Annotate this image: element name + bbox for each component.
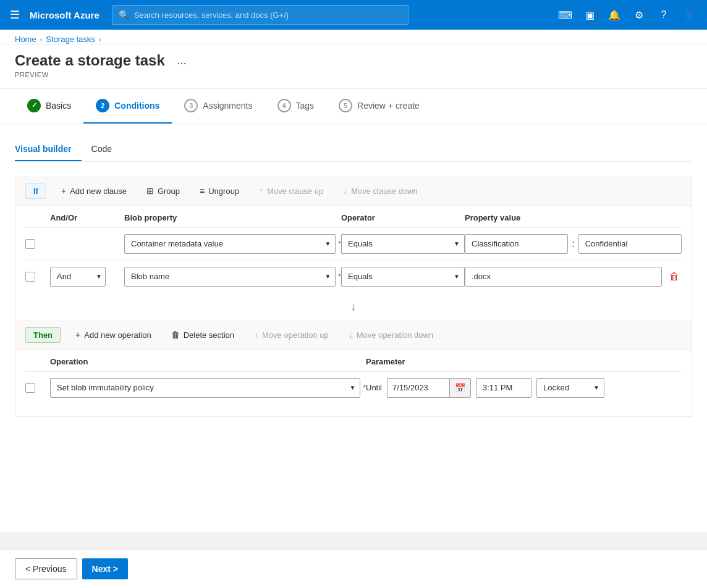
row2-blob-property-select[interactable]: Blob name — [124, 267, 336, 287]
op-row1-checkbox-cell — [25, 383, 50, 393]
step-circle-basics: ✓ — [27, 99, 41, 112]
bottom-spacer — [15, 404, 692, 416]
row2-and-or-wrapper: And Or ▼ — [50, 267, 106, 287]
wizard-step-basics[interactable]: ✓ Basics — [15, 89, 83, 124]
step-label-basics: Basics — [46, 101, 71, 111]
step-label-assignments: Assignments — [203, 101, 252, 111]
preview-badge: PREVIEW — [15, 71, 165, 78]
search-input[interactable] — [134, 10, 402, 20]
row2-and-or-cell: And Or ▼ — [50, 267, 124, 287]
if-badge: If — [25, 183, 46, 199]
account-icon[interactable]: 👤 — [677, 4, 700, 26]
step-circle-tags: 4 — [277, 99, 291, 112]
date-input[interactable] — [387, 379, 449, 397]
move-operation-down-label: Move operation down — [357, 330, 433, 340]
cloud-shell-icon[interactable]: ▣ — [578, 4, 601, 26]
calendar-icon-button[interactable]: 📅 — [449, 379, 470, 397]
header-operator: Operator — [341, 213, 465, 222]
ungroup-icon: ≡ — [200, 186, 205, 196]
if-section-header: If + Add new clause ⊞ Group ≡ Ungroup ↑ … — [15, 177, 692, 206]
delete-section-button[interactable]: 🗑 Delete section — [166, 327, 239, 342]
row2-blob-property-wrapper: Blob name ▼ — [124, 267, 336, 287]
breadcrumb-sep-2: › — [99, 36, 101, 43]
wizard-step-conditions[interactable]: 2 Conditions — [83, 89, 172, 124]
locked-select[interactable]: Locked Unlocked — [536, 378, 604, 398]
help-icon[interactable]: ? — [653, 4, 675, 26]
op-header-operation: Operation — [50, 357, 366, 366]
row2-operator-select[interactable]: Equals — [341, 267, 465, 287]
clause-row-1: Container metadata value ▼ * Equals ▼ — [25, 228, 682, 261]
delete-section-icon: 🗑 — [171, 330, 180, 340]
op-row1-parameter-cell: Until 📅 Locked Unlocked ▼ — [366, 378, 682, 398]
row1-prop-key-input[interactable] — [465, 234, 568, 254]
row2-prop-val-input[interactable] — [465, 267, 662, 287]
tab-code-label: Code — [91, 144, 112, 154]
row1-operator-select[interactable]: Equals — [341, 234, 465, 254]
move-operation-up-button[interactable]: ↑ Move operation up — [249, 327, 334, 342]
row1-colon-separator: : — [570, 238, 575, 250]
add-new-operation-button[interactable]: + Add new operation — [70, 327, 156, 342]
builder-section: If + Add new clause ⊞ Group ≡ Ungroup ↑ … — [15, 177, 692, 417]
more-options-button[interactable]: ··· — [172, 54, 192, 72]
row2-operator-wrapper: Equals ▼ — [341, 267, 465, 287]
row2-and-or-select[interactable]: And Or — [50, 267, 106, 287]
terminal-icon[interactable]: ⌨ — [554, 4, 576, 26]
tab-code[interactable]: Code — [82, 139, 122, 161]
row1-operator-wrapper: Equals ▼ — [341, 234, 465, 254]
ungroup-button[interactable]: ≡ Ungroup — [195, 183, 244, 198]
row1-prop-value-group: : — [465, 234, 682, 254]
row2-property-value-cell: 🗑 — [465, 267, 682, 287]
op-row1-checkbox[interactable] — [25, 383, 35, 393]
add-new-clause-label: Add new clause — [70, 187, 127, 196]
clause-row-2: And Or ▼ Blob name ▼ * — [25, 261, 682, 293]
wizard-step-review[interactable]: 5 Review + create — [326, 89, 432, 124]
operation-header-row: Operation Parameter — [25, 350, 682, 372]
page-header: Create a storage task PREVIEW ··· — [0, 44, 707, 89]
header-property-value: Property value — [465, 213, 682, 222]
row1-checkbox[interactable] — [25, 239, 35, 249]
group-icon: ⊞ — [146, 186, 154, 196]
until-label: Until — [366, 383, 382, 392]
search-icon: 🔍 — [119, 10, 129, 20]
operation-row-1: Set blob immutability policy ▼ * Until 📅 — [25, 372, 682, 404]
time-input[interactable] — [476, 378, 531, 398]
row1-blob-property-select[interactable]: Container metadata value — [124, 234, 336, 254]
row1-operator-cell: Equals ▼ — [341, 234, 465, 254]
settings-icon[interactable]: ⚙ — [628, 4, 650, 26]
page-title: Create a storage task — [15, 52, 165, 70]
notifications-icon[interactable]: 🔔 — [603, 4, 625, 26]
hamburger-menu-icon[interactable]: ☰ — [7, 6, 22, 24]
row2-delete-button[interactable]: 🗑 — [667, 269, 682, 285]
breadcrumb-home[interactable]: Home — [15, 35, 36, 44]
breadcrumb-storage-tasks[interactable]: Storage tasks — [46, 35, 95, 44]
wizard-step-assignments[interactable]: 3 Assignments — [172, 89, 265, 124]
main-content: Visual builder Code If + Add new clause … — [0, 124, 707, 532]
search-bar[interactable]: 🔍 — [112, 5, 409, 25]
move-clause-up-button[interactable]: ↑ Move clause up — [254, 183, 328, 198]
row2-checkbox[interactable] — [25, 272, 35, 282]
locked-select-wrapper: Locked Unlocked ▼ — [536, 378, 604, 398]
row1-checkbox-cell — [25, 239, 50, 249]
op-row1-operation-wrapper: Set blob immutability policy ▼ — [50, 378, 360, 398]
group-label: Group — [158, 187, 180, 196]
step-label-tags: Tags — [296, 101, 315, 111]
ungroup-label: Ungroup — [208, 187, 239, 196]
tab-visual-builder[interactable]: Visual builder — [15, 139, 82, 161]
op-header-checkbox-col — [25, 357, 50, 366]
row2-checkbox-cell — [25, 272, 50, 282]
down-arrow-icon: ↓ — [351, 300, 357, 313]
move-clause-down-button[interactable]: ↓ Move clause down — [338, 183, 423, 198]
then-badge: Then — [25, 327, 61, 343]
row1-blob-property-cell: Container metadata value ▼ * — [124, 234, 341, 254]
delete-section-label: Delete section — [184, 330, 234, 340]
group-button[interactable]: ⊞ Group — [142, 183, 185, 198]
row1-property-value-cell: : — [465, 234, 682, 254]
move-operation-down-button[interactable]: ↓ Move operation down — [344, 327, 438, 342]
row1-blob-property-wrapper: Container metadata value ▼ — [124, 234, 336, 254]
op-row1-operation-select[interactable]: Set blob immutability policy — [50, 378, 360, 398]
date-input-wrapper: 📅 — [387, 378, 471, 398]
row2-operator-cell: Equals ▼ — [341, 267, 465, 287]
add-new-clause-button[interactable]: + Add new clause — [56, 183, 132, 198]
wizard-step-tags[interactable]: 4 Tags — [265, 89, 327, 124]
row1-prop-val-input[interactable] — [578, 234, 682, 254]
